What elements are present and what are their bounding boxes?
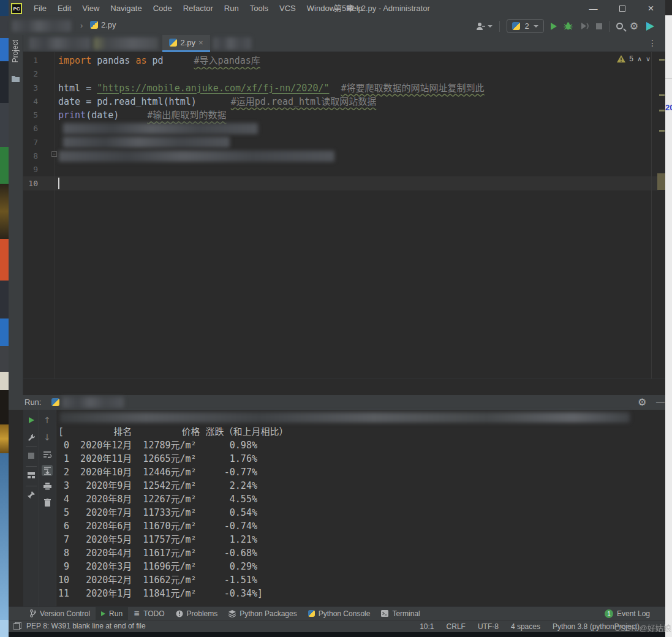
- pin-tab-icon[interactable]: [26, 489, 37, 500]
- event-log-button[interactable]: 1 Event Log: [605, 607, 650, 620]
- run-settings-icon[interactable]: ⚙: [638, 396, 646, 408]
- toolwindow-version-control[interactable]: Version Control: [25, 607, 96, 620]
- toolbar-separator: [499, 21, 500, 32]
- sidebar-item-project[interactable]: Project: [11, 40, 20, 62]
- event-log-label: Event Log: [617, 609, 650, 618]
- window-controls: — ×: [579, 0, 665, 17]
- desktop-icon: [0, 318, 9, 346]
- run-with-coverage-button[interactable]: [580, 21, 589, 31]
- run-options-icon[interactable]: [26, 432, 37, 443]
- tab-close-icon[interactable]: ×: [198, 38, 203, 47]
- warning-count: 5: [629, 55, 633, 63]
- menu-view[interactable]: View: [77, 0, 105, 17]
- toolwindow-run[interactable]: Run: [96, 607, 128, 620]
- desktop-wallpaper: [0, 453, 9, 620]
- editor-tab-blurred[interactable]: [94, 37, 158, 50]
- maximize-button[interactable]: [608, 0, 636, 17]
- settings-button[interactable]: ⚙: [630, 20, 638, 32]
- print-icon[interactable]: [42, 481, 53, 492]
- scrollbar-thumb[interactable]: [657, 173, 665, 190]
- editor-tab-blurred[interactable]: [29, 37, 91, 50]
- editor-tab-bar: 2.py × ⋮: [23, 35, 665, 52]
- run-configuration-select[interactable]: 2: [507, 19, 543, 33]
- search-everywhere-button[interactable]: [616, 23, 623, 29]
- error-stripe[interactable]: [659, 52, 665, 379]
- console-command-line-blurred: [60, 412, 630, 423]
- fold-marker[interactable]: −: [51, 151, 57, 157]
- menu-run[interactable]: Run: [219, 0, 244, 17]
- stop-button-disabled[interactable]: [26, 450, 37, 461]
- desktop-icon: [0, 424, 9, 453]
- comment: #运用pd.read_html读取网站数据: [231, 96, 376, 107]
- menu-file[interactable]: File: [28, 0, 52, 17]
- menu-navigate[interactable]: Navigate: [105, 0, 147, 17]
- clear-all-icon[interactable]: [42, 497, 53, 508]
- run-configuration-name: 2: [524, 21, 529, 31]
- run-tool-window-header: Run: ⚙ —: [9, 395, 665, 410]
- toolbar-separator: [609, 21, 610, 32]
- run-toolbar-left: [23, 410, 39, 606]
- indent-style[interactable]: 4 spaces: [511, 622, 540, 631]
- run-tab-blurred[interactable]: [62, 397, 124, 408]
- editor-run-splitter[interactable]: [23, 379, 665, 395]
- tool-windows-icon[interactable]: [13, 622, 21, 630]
- desktop-icon: [0, 390, 9, 424]
- toolwindow-python-console[interactable]: Python Console: [303, 607, 376, 620]
- warning-icon: [617, 55, 625, 62]
- soft-wrap-icon[interactable]: [42, 449, 53, 460]
- scroll-to-end-icon[interactable]: [42, 465, 53, 476]
- next-warning-icon[interactable]: ∨: [646, 55, 651, 63]
- python-config-icon: [512, 22, 520, 30]
- toolwindow-terminal[interactable]: Terminal: [376, 607, 425, 620]
- menu-edit[interactable]: Edit: [52, 0, 77, 17]
- caret-position[interactable]: 10:1: [420, 622, 434, 631]
- breadcrumb-file-label: 2.py: [101, 20, 116, 29]
- code-editor[interactable]: 1 2 3 4 5 6 7 8 9 10 import pandas as pd…: [23, 52, 665, 379]
- toolwindow-todo[interactable]: ≣ TODO: [128, 607, 170, 620]
- call-args: (date): [86, 110, 119, 121]
- background-window-text: 20: [665, 103, 672, 112]
- line-separator[interactable]: CRLF: [447, 622, 466, 631]
- minimize-button[interactable]: —: [579, 0, 608, 17]
- status-bar: PEP 8: W391 blank line at end of file 10…: [9, 620, 665, 632]
- window-title: 第5章 - 2.py - Administrator: [334, 0, 430, 17]
- editor-tab-blurred[interactable]: [213, 37, 251, 50]
- menu-vcs[interactable]: VCS: [274, 0, 301, 17]
- stripe-mark: [659, 130, 665, 132]
- user-icon: [476, 22, 486, 31]
- run-button[interactable]: [551, 23, 557, 30]
- breadcrumb-file[interactable]: 2.py: [90, 20, 116, 29]
- breadcrumb-separator: ›: [80, 21, 83, 30]
- inspection-widget[interactable]: 5 ∧ ∨: [617, 55, 651, 63]
- python-icon: [308, 610, 315, 617]
- debug-button[interactable]: [564, 21, 573, 31]
- toolwindow-python-packages[interactable]: Python Packages: [223, 607, 302, 620]
- desktop-icon: [0, 103, 9, 147]
- desktop-icon: [0, 147, 9, 184]
- python-run-icon: [51, 398, 59, 406]
- plugin-logo-icon[interactable]: [645, 21, 655, 31]
- desktop-icon: [0, 346, 9, 372]
- rerun-button[interactable]: [26, 415, 37, 426]
- menu-code[interactable]: Code: [148, 0, 178, 17]
- comment: #将要爬取数据的网站网址复制到此: [341, 83, 485, 94]
- stop-button[interactable]: [596, 23, 602, 29]
- identifier: html: [58, 83, 80, 94]
- close-button[interactable]: ×: [636, 0, 665, 17]
- menu-refactor[interactable]: Refactor: [178, 0, 219, 17]
- tool-window-bar: Version Control Run ≣ TODO Problems Pyth…: [9, 606, 665, 620]
- toolwindow-problems[interactable]: Problems: [170, 607, 224, 620]
- collaborate-button[interactable]: [476, 22, 493, 31]
- tab-options-icon[interactable]: ⋮: [648, 38, 657, 48]
- menu-tools[interactable]: Tools: [244, 0, 274, 17]
- python-file-icon: [90, 21, 98, 29]
- file-encoding[interactable]: UTF-8: [478, 622, 499, 631]
- folder-icon: [12, 75, 20, 82]
- tab-2py[interactable]: 2.py ×: [162, 35, 210, 52]
- hide-panel-icon[interactable]: —: [656, 396, 665, 406]
- prev-warning-icon[interactable]: ∧: [637, 55, 642, 63]
- restore-layout-icon[interactable]: [26, 470, 37, 481]
- up-stacktrace-icon[interactable]: ↑: [42, 415, 53, 426]
- code-line-4: date = pd.read_html(html)#运用pd.read_html…: [58, 95, 376, 108]
- down-stacktrace-icon[interactable]: ↓: [42, 432, 53, 443]
